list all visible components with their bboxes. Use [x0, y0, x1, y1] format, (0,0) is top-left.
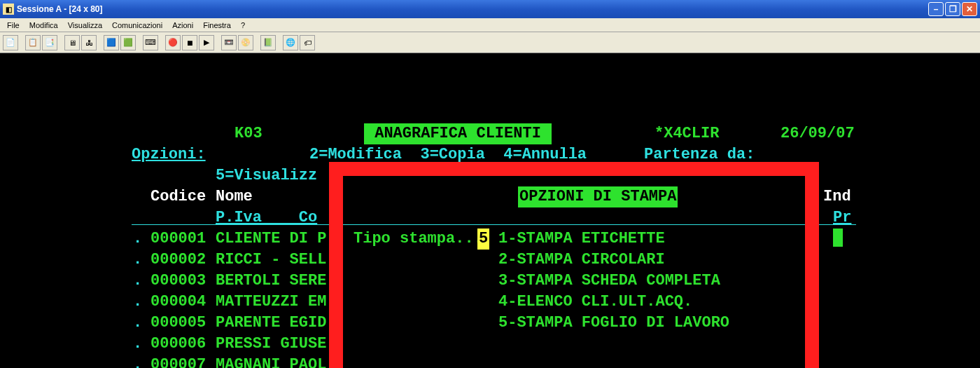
- toolbar-btn-10[interactable]: ⏹: [182, 35, 197, 50]
- opzione-5: 5=Visualizz: [216, 165, 317, 186]
- row-code-5: 000005: [150, 313, 206, 334]
- menu-modifica[interactable]: Modifica: [25, 20, 62, 31]
- row-name-6: PRESSI GIUSE: [216, 334, 326, 355]
- popup-option-1: 1-STAMPA ETICHETTE: [498, 229, 665, 250]
- toolbar-btn-2[interactable]: 📋: [25, 35, 41, 50]
- toolbar-btn-9[interactable]: 🔴: [165, 35, 181, 50]
- row-name-2: RICCI - SELL: [216, 250, 326, 271]
- program-id: *X4CLIR: [654, 123, 719, 144]
- popup-field-value[interactable]: 5: [477, 229, 489, 250]
- menu-comunicazioni[interactable]: Comunicazioni: [108, 20, 167, 31]
- row-name-3: BERTOLI SERE: [216, 271, 326, 292]
- popup-title: OPZIONI DI STAMPA: [518, 186, 678, 207]
- toolbar-btn-1[interactable]: 📄: [3, 35, 18, 50]
- row-code-1: 000001: [150, 229, 206, 250]
- toolbar-btn-12[interactable]: 📼: [221, 35, 237, 50]
- cursor-block: [833, 229, 843, 247]
- row-tick: .: [133, 271, 142, 292]
- toolbar-btn-8[interactable]: ⌨: [143, 35, 158, 50]
- col-codice: Codice: [150, 186, 206, 207]
- popup-field-label: Tipo stampa...:: [354, 229, 492, 250]
- row-name-4: MATTEUZZI EM: [216, 292, 326, 313]
- menu-azioni[interactable]: Azioni: [168, 20, 197, 31]
- row-name-5: PARENTE EGID: [216, 313, 326, 334]
- toolbar-btn-15[interactable]: 🌐: [283, 35, 298, 50]
- toolbar-btn-11[interactable]: ▶: [199, 35, 214, 50]
- toolbar-btn-4[interactable]: 🖥: [64, 35, 80, 50]
- row-tick: .: [133, 229, 142, 250]
- row-tick: .: [133, 313, 142, 334]
- row-code-4: 000004: [150, 292, 206, 313]
- col-nome: Nome: [216, 186, 253, 207]
- row-name-7: MAGNANI PAOL: [216, 355, 326, 368]
- row-code-3: 000003: [150, 271, 206, 292]
- subhead-piva: P.Iva Co: [216, 207, 317, 229]
- menu-visualizza[interactable]: Visualizza: [64, 20, 106, 31]
- col-ind: Ind: [823, 186, 851, 207]
- toolbar-btn-7[interactable]: 🟩: [120, 35, 136, 50]
- screen-code: K03: [234, 123, 262, 144]
- row-code-6: 000006: [150, 334, 206, 355]
- popup-option-4: 4-ELENCO CLI.ULT.ACQ.: [498, 292, 692, 313]
- menu-bar: File Modifica Visualizza Comunicazioni A…: [0, 18, 980, 32]
- subhead-pr: Pr: [833, 207, 851, 229]
- app-icon: ◧: [3, 4, 14, 15]
- toolbar-btn-6[interactable]: 🟦: [104, 35, 119, 50]
- opzioni-label: Opzioni:: [132, 144, 206, 165]
- screen-title: ANAGRAFICA CLIENTI: [364, 123, 552, 144]
- close-button[interactable]: ✕: [962, 2, 977, 16]
- window-titlebar: ◧ Sessione A - [24 x 80] – ❐ ✕: [0, 0, 980, 18]
- toolbar-btn-3[interactable]: 📑: [42, 35, 57, 50]
- toolbar-btn-14[interactable]: 📗: [260, 35, 276, 50]
- row-tick: .: [133, 334, 142, 355]
- row-tick: .: [133, 355, 142, 368]
- row-tick: .: [133, 250, 142, 271]
- toolbar-btn-13[interactable]: 📀: [238, 35, 253, 50]
- minimize-button[interactable]: –: [928, 2, 944, 16]
- popup-option-3: 3-STAMPA SCHEDA COMPLETA: [498, 271, 720, 292]
- row-name-1: CLIENTE DI P: [216, 229, 326, 250]
- popup-option-5: 5-STAMPA FOGLIO DI LAVORO: [498, 313, 729, 334]
- toolbar: 📄 📋 📑 🖥 🖧 🟦 🟩 ⌨ 🔴 ⏹ ▶ 📼 📀 📗 🌐 🏷: [0, 32, 980, 53]
- menu-finestra[interactable]: Finestra: [199, 20, 235, 31]
- maximize-button[interactable]: ❐: [945, 2, 960, 16]
- terminal-screen[interactable]: K03 ANAGRAFICA CLIENTI *X4CLIR 26/09/07 …: [0, 53, 980, 368]
- row-code-7: 000007: [150, 355, 206, 368]
- menu-file[interactable]: File: [3, 20, 24, 31]
- toolbar-btn-16[interactable]: 🏷: [300, 35, 315, 50]
- row-tick: .: [133, 292, 142, 313]
- popup-option-2: 2-STAMPA CIRCOLARI: [498, 250, 665, 271]
- menu-help[interactable]: ?: [237, 20, 249, 31]
- window-title: Sessione A - [24 x 80]: [17, 4, 103, 14]
- row-code-2: 000002: [150, 250, 206, 271]
- screen-date: 26/09/07: [780, 123, 855, 144]
- toolbar-btn-5[interactable]: 🖧: [81, 35, 97, 50]
